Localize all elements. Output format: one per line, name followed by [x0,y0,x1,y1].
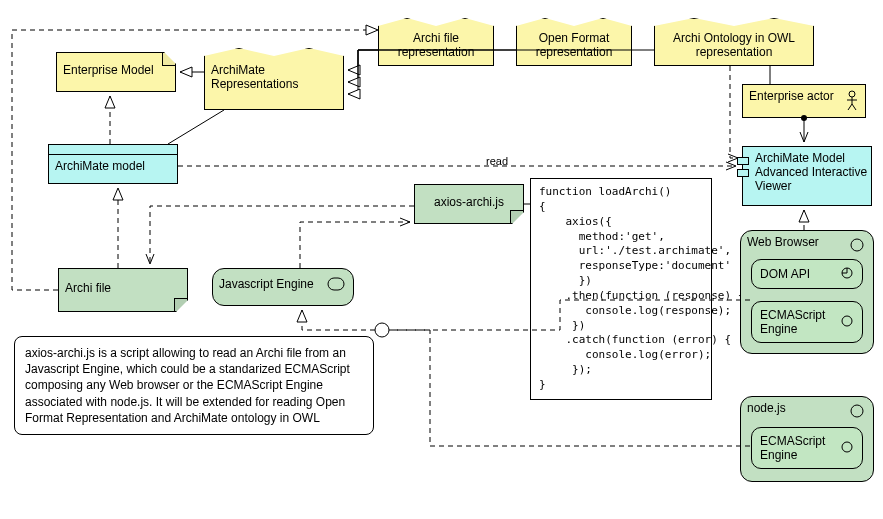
svg-point-11 [851,405,863,417]
label: Enterprise Model [57,53,175,81]
system-software-ecmascript-engine-browser: ECMAScript Engine [751,301,863,343]
label: Open Format representation [517,19,631,63]
label: ECMAScript Engine [760,308,825,336]
svg-point-22 [375,323,389,337]
actor-icon [845,90,859,112]
application-component-viewer: ArchiMate Model Advanced Interactive Vie… [742,146,872,206]
artifact-archi-file: Archi file [58,268,188,312]
label: ArchiMate Model Advanced Interactive Vie… [743,147,871,197]
label: DOM API [760,267,810,281]
svg-line-3 [848,104,852,110]
svg-point-6 [851,239,863,251]
business-object-enterprise-model: Enterprise Model [56,52,176,92]
system-software-icon [849,237,865,253]
label: axios-archi.js [415,185,523,213]
svg-line-4 [852,104,856,110]
system-software-javascript-engine: Javascript Engine [212,268,354,306]
system-software-ecmascript-engine-node: ECMAScript Engine [751,427,863,469]
label: ECMAScript Engine [760,434,825,462]
system-software-icon [849,403,865,419]
svg-line-15 [168,110,224,144]
label: Archi file representation [379,19,493,63]
business-actor-enterprise-actor: Enterprise actor [742,84,866,118]
representation-archi-file: Archi file representation [378,18,494,66]
system-software-nodejs: node.js ECMAScript Engine [740,396,874,482]
component-icon [737,157,749,181]
svg-rect-5 [328,278,344,290]
data-object-archimate-model: ArchiMate model [48,144,178,184]
interface-dom-api: DOM API [751,259,863,289]
label: ArchiMate Representations [205,49,343,95]
artifact-axios-archi-js: axios-archi.js [414,184,524,224]
representation-archimate-representations: ArchiMate Representations [204,48,344,110]
system-software-icon [327,277,345,291]
edge-label-read: read [486,155,508,167]
system-software-web-browser: Web Browser DOM API ECMAScript Engine [740,230,874,354]
label: Archi file [59,269,187,299]
code-snippet-loadarchi: function loadArchi() { axios({ method:'g… [530,178,712,400]
system-software-icon [840,314,854,331]
svg-point-12 [842,442,852,452]
note-description: axios-archi.js is a script allowing to r… [14,336,374,435]
representation-archi-owl: Archi Ontology in OWL representation [654,18,814,66]
interface-icon [840,266,854,283]
representation-open-format: Open Format representation [516,18,632,66]
label: Archi Ontology in OWL representation [655,19,813,63]
svg-point-0 [849,91,855,97]
system-software-icon [840,440,854,457]
svg-point-10 [842,316,852,326]
